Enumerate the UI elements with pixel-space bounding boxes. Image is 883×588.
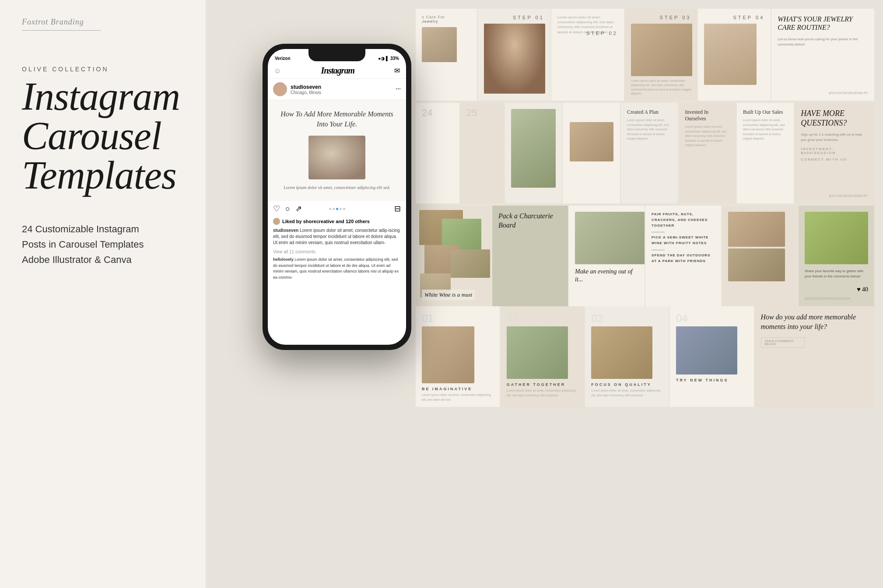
template-row-1: o Care For Jewelry STEP 01 Lorem ipsum d…	[416, 9, 874, 101]
template-row-3: White Wine is a must Pack a Charcuterie …	[416, 206, 874, 306]
post-caption: studioseven Lorem ipsum dolor sit amet, …	[268, 226, 406, 248]
main-title: Instagram Carousel Templates	[22, 77, 184, 195]
template-card-4-3: 03 FOCUS ON QUALITY Lorem ipsum dolor si…	[585, 306, 669, 407]
template-card-2-3	[505, 103, 562, 203]
likes-bar: Liked by shorecreative and 120 others	[268, 217, 406, 226]
share-icon[interactable]: ⇗	[295, 204, 302, 214]
template-card-4-2: 02 GATHER TOGETHER Lorem ipsum dolor sit…	[501, 306, 585, 407]
template-card-4-1: 01 BE IMAGINATIVE Lorem ipsum dolor sit …	[416, 306, 500, 407]
template-card-1-1: o Care For Jewelry	[416, 9, 477, 101]
right-panel: o Care For Jewelry STEP 01 Lorem ipsum d…	[206, 0, 883, 588]
phone-mockup: Verizon 2:09 PM ●◑ ▌ 33% ☺ Instagram ✉	[263, 44, 411, 350]
comment-icon[interactable]: ○	[285, 204, 290, 214]
template-card-4-5: How do you add more memorable moments in…	[755, 306, 874, 407]
template-card-1-3: Lorem ipsum dolor sit amet, consectetur …	[551, 9, 624, 101]
instagram-logo: Instagram	[321, 66, 354, 76]
collection-label: OLIVE COLLECTION	[22, 66, 184, 73]
post-actions[interactable]: ♡ ○ ⇗ ⊟	[268, 200, 406, 217]
post-header: studioseven Chicago, Illinois ···	[268, 79, 406, 100]
template-card-2-6: Invested In Ourselves Lorem ipsum dolor …	[679, 103, 736, 203]
template-card-2-2: 25	[460, 103, 504, 203]
template-card-3-2: Pack a Charcuterie Board	[492, 206, 568, 306]
template-card-3-6: Share your favorite way to gather with y…	[799, 206, 874, 306]
template-card-4-4: 04 TRY NEW THINGS	[670, 306, 754, 407]
template-card-1-2: STEP 01	[478, 9, 550, 101]
template-card-1-4: STEP 03 Lorem ipsum dolor sit amet, cons…	[625, 9, 697, 101]
template-card-2-8: HAVE MORE QUESTIONS? Sign up for 1:1 coa…	[795, 103, 874, 203]
template-card-3-1: White Wine is a must	[416, 206, 491, 306]
comment-section: hellolovely Lorem ipsum dolor sit amet, …	[268, 255, 406, 282]
brand-name: Foxtrot Branding	[22, 18, 101, 31]
template-card-2-1: 24	[416, 103, 459, 203]
phone-notch	[308, 49, 365, 61]
left-panel: Foxtrot Branding OLIVE COLLECTION Instag…	[0, 0, 206, 588]
template-card-1-6: WHAT'S YOUR JEWELRY CARE ROUTINE? Let us…	[771, 9, 874, 101]
template-row-4: 01 BE IMAGINATIVE Lorem ipsum dolor sit …	[416, 306, 874, 407]
instagram-header: ☺ Instagram ✉	[268, 63, 406, 79]
template-card-3-5	[722, 206, 798, 306]
post-image-area: How To Add More Memorable Moments Into Y…	[268, 100, 406, 200]
bookmark-icon[interactable]: ⊟	[394, 204, 401, 214]
view-comments[interactable]: View all 11 comments	[268, 248, 406, 255]
template-card-2-4	[563, 103, 620, 203]
heart-icon[interactable]: ♡	[273, 204, 280, 214]
template-card-3-3: Make an evening out of it...	[569, 206, 645, 306]
template-card-3-4: PAIR FRUITS, NUTS, CRACKERS, AND CHEESES…	[645, 206, 721, 306]
template-card-2-5: Created A Plan Lorem ipsum dolor sit ame…	[621, 103, 678, 203]
subtitle: 24 Customizable Instagram Posts in Carou…	[22, 221, 184, 268]
template-card-1-5: STEP 04	[698, 9, 771, 101]
carousel-dots	[329, 208, 345, 210]
template-row-2: 24 25 Created A Plan Lorem ipsum dolor s…	[416, 103, 874, 203]
template-card-2-7: Built Up Our Sales Lorem ipsum dolor sit…	[737, 103, 794, 203]
post-photo	[308, 136, 365, 179]
post-avatar	[273, 82, 287, 96]
